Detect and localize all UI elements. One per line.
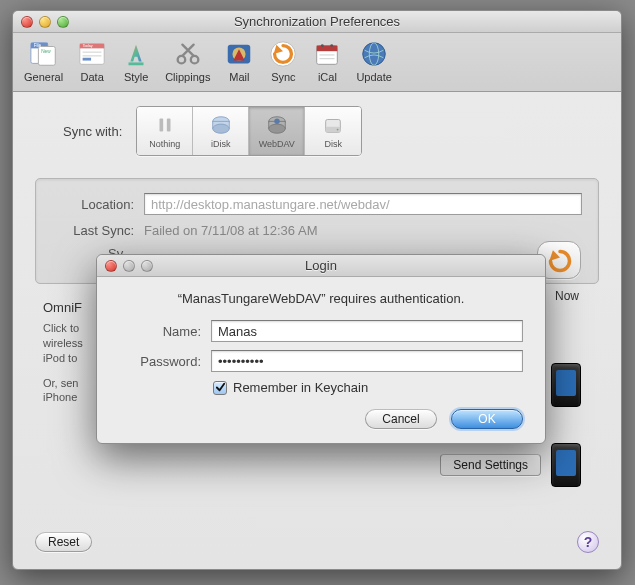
minimize-icon — [123, 260, 135, 272]
sync-target-idisk[interactable]: iDisk — [193, 107, 249, 155]
iphone-settings-block-2: Send Settings — [440, 443, 581, 487]
svg-point-30 — [213, 124, 230, 133]
login-dialog: Login “ManasTungareWebDAV” requires auth… — [96, 254, 546, 444]
omni-desc-line2: Or, seniPhone — [43, 376, 103, 406]
ok-button[interactable]: OK — [451, 409, 523, 429]
password-field[interactable] — [211, 350, 523, 372]
sync-target-disk[interactable]: Disk — [305, 107, 361, 155]
svg-rect-10 — [83, 58, 91, 61]
toolbar-item-clippings[interactable]: Clippings — [162, 37, 213, 85]
toolbar-item-update[interactable]: Update — [353, 37, 394, 85]
idisk-icon — [208, 113, 234, 137]
sync-with-label: Sync with: — [63, 124, 122, 139]
mail-icon — [224, 39, 254, 69]
dialog-titlebar[interactable]: Login — [97, 255, 545, 277]
zoom-icon[interactable] — [57, 16, 69, 28]
last-sync-value: Failed on 7/11/08 at 12:36 AM — [144, 223, 317, 238]
svg-point-12 — [177, 56, 185, 64]
cancel-button[interactable]: Cancel — [365, 409, 437, 429]
svg-text:File: File — [33, 43, 41, 48]
update-icon — [359, 39, 389, 69]
style-icon — [121, 39, 151, 69]
dialog-title: Login — [97, 258, 545, 273]
iphone-icon — [551, 363, 581, 407]
toolbar-item-data[interactable]: Today Data — [74, 37, 110, 85]
zoom-icon — [141, 260, 153, 272]
svg-point-37 — [337, 129, 339, 131]
window-title: Synchronization Preferences — [13, 14, 621, 29]
auth-message: “ManasTungareWebDAV” requires authentica… — [119, 291, 523, 306]
disk-icon — [320, 113, 346, 137]
send-settings-button[interactable]: Send Settings — [440, 454, 541, 476]
close-icon[interactable] — [21, 16, 33, 28]
svg-point-33 — [269, 124, 286, 133]
toolbar-item-style[interactable]: Style — [118, 37, 154, 85]
name-field[interactable] — [211, 320, 523, 342]
name-label: Name: — [119, 324, 201, 339]
data-icon: Today — [77, 39, 107, 69]
close-icon[interactable] — [105, 260, 117, 272]
general-icon: NewFile — [29, 39, 59, 69]
svg-rect-11 — [129, 62, 144, 65]
minimize-icon[interactable] — [39, 16, 51, 28]
iphone-icon — [551, 443, 581, 487]
toolbar-item-mail[interactable]: Mail — [221, 37, 257, 85]
toolbar-item-general[interactable]: NewFile General — [21, 37, 66, 85]
svg-rect-18 — [317, 46, 338, 52]
toolbar: NewFile General Today Data Style Clippin… — [13, 33, 621, 92]
svg-point-13 — [191, 56, 199, 64]
svg-text:New: New — [41, 49, 51, 54]
sync-icon — [268, 39, 298, 69]
webdav-icon — [264, 113, 290, 137]
sync-target-segmented: Nothing iDisk WebDAV Disk — [136, 106, 362, 156]
password-label: Password: — [119, 354, 201, 369]
clippings-icon — [173, 39, 203, 69]
ical-icon — [312, 39, 342, 69]
toolbar-item-ical[interactable]: iCal — [309, 37, 345, 85]
remember-checkbox[interactable] — [213, 381, 227, 395]
location-field[interactable] — [144, 193, 582, 215]
omni-desc-line: Click towirelessiPod to — [43, 321, 103, 366]
help-button[interactable]: ? — [577, 531, 599, 553]
location-label: Location: — [52, 197, 134, 212]
sync-target-webdav[interactable]: WebDAV — [249, 107, 305, 155]
last-sync-label: Last Sync: — [52, 223, 134, 238]
svg-text:Today: Today — [83, 44, 93, 48]
sync-target-nothing[interactable]: Nothing — [137, 107, 193, 155]
remember-label: Remember in Keychain — [233, 380, 368, 395]
svg-point-34 — [274, 119, 280, 125]
toolbar-item-sync[interactable]: Sync — [265, 37, 301, 85]
svg-rect-26 — [159, 119, 163, 132]
reset-button[interactable]: Reset — [35, 532, 92, 552]
sync-now-label-fragment: Now — [555, 289, 579, 303]
svg-rect-27 — [167, 119, 171, 132]
svg-point-19 — [321, 44, 324, 47]
pause-icon — [152, 113, 178, 137]
titlebar[interactable]: Synchronization Preferences — [13, 11, 621, 33]
svg-point-20 — [331, 44, 334, 47]
